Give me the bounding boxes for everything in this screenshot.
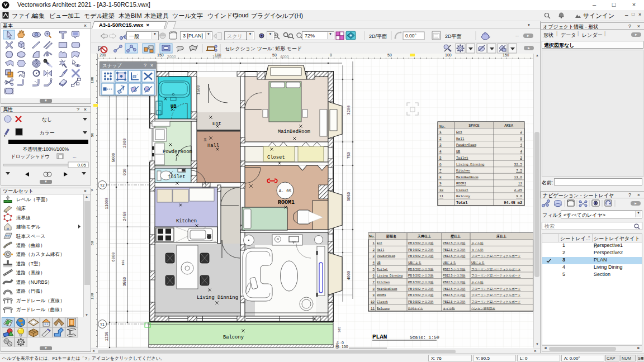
- svg-text:Balcony: Balcony: [377, 307, 390, 311]
- svg-text:道路（直線）: 道路（直線）: [16, 270, 45, 275]
- svg-text:1: 1: [373, 241, 375, 245]
- svg-text:PB 9.5X2 クロス貼: PB 9.5X2 クロス貼: [408, 248, 434, 252]
- svg-text:天井仕上: 天井仕上: [417, 234, 431, 238]
- svg-text:ROOM1: ROOM1: [377, 293, 386, 297]
- svg-text:No.: No.: [439, 125, 446, 129]
- svg-text:MainBedRoom: MainBedRoom: [377, 287, 397, 291]
- svg-text:Scale: 1:50: Scale: 1:50: [410, 335, 439, 340]
- svg-text:PB 9.5X2 クロス貼: PB 9.5X2 クロス貼: [408, 274, 434, 278]
- svg-text:910: 910: [122, 169, 127, 176]
- svg-text:2: 2: [520, 130, 522, 134]
- svg-text:7: 7: [373, 280, 375, 284]
- svg-text:タイル貼: タイル貼: [471, 241, 484, 245]
- svg-text:5: 5: [520, 137, 522, 141]
- svg-text:Toilet: Toilet: [377, 268, 388, 272]
- svg-text:Closet: Closet: [456, 188, 468, 192]
- svg-text:Balcony: Balcony: [456, 194, 471, 198]
- svg-text:5000: 5000: [111, 153, 116, 163]
- svg-text:10: 10: [371, 300, 375, 304]
- svg-text:5: 5: [373, 268, 375, 272]
- svg-text:建物モデル: 建物モデル: [16, 224, 41, 230]
- svg-text:13.6: 13.6: [514, 175, 523, 179]
- svg-text:8: 8: [439, 175, 442, 179]
- svg-text:--: --: [515, 33, 519, 39]
- svg-text:PowderRoom: PowderRoom: [456, 143, 476, 147]
- svg-text:Y2: Y2: [100, 184, 105, 188]
- svg-text:9.6: 9.6: [516, 194, 522, 198]
- svg-text:ROOM1: ROOM1: [456, 182, 466, 185]
- svg-text:4: 4: [439, 150, 442, 154]
- svg-text:9: 9: [439, 182, 442, 185]
- svg-text:駐車スペース: 駐車スペース: [16, 234, 45, 239]
- svg-text:Toilet: Toilet: [168, 174, 186, 180]
- svg-text:PB 9.5X2 クロス貼: PB 9.5X2 クロス貼: [408, 268, 434, 272]
- svg-text:吹付タイル: 吹付タイル: [408, 307, 423, 311]
- svg-text:PB12.5 クロス貼: PB12.5 クロス貼: [443, 254, 466, 258]
- svg-text:Closet: Closet: [377, 300, 388, 304]
- svg-text:PB12.5 クロス貼: PB12.5 クロス貼: [443, 300, 466, 304]
- svg-text:Closet: Closet: [267, 155, 285, 160]
- svg-text:道路（曲線）: 道路（曲線）: [16, 242, 45, 248]
- svg-text:さ: 0: さ: 0: [335, 341, 344, 345]
- svg-text:PLAN: PLAN: [372, 334, 387, 340]
- svg-text:ドロップシャドウ: ドロップシャドウ: [11, 154, 50, 159]
- svg-text:Ent: Ent: [377, 241, 382, 245]
- svg-text:4000: 4000: [347, 271, 351, 280]
- svg-text:Total: Total: [456, 201, 467, 205]
- svg-text:2: 2: [439, 137, 442, 141]
- svg-text:20: 20: [203, 138, 207, 142]
- svg-text:PB12.5 クロス貼: PB12.5 クロス貼: [443, 241, 466, 245]
- svg-text:PowderRoom: PowderRoom: [377, 254, 396, 258]
- svg-text:2D/平面: 2D/平面: [369, 34, 387, 39]
- svg-text:AREA: AREA: [504, 124, 513, 128]
- svg-text:セレクション ツール: 矩形 モード: セレクション ツール: 矩形 モード: [225, 46, 302, 51]
- svg-text:タイル貼: タイル貼: [471, 280, 484, 284]
- svg-text:7: 7: [439, 169, 442, 173]
- svg-text:レベル（平面）: レベル（平面）: [16, 197, 50, 202]
- svg-text:100: 100: [121, 260, 125, 265]
- svg-text:道路（NURBS）: 道路（NURBS）: [16, 279, 52, 285]
- svg-text:PB 9.5X2 クロス貼: PB 9.5X2 クロス貼: [408, 287, 434, 291]
- svg-text:フローリング12 パーティクルボード: フローリング12 パーティクルボード: [471, 293, 520, 297]
- svg-text:3200: 3200: [347, 106, 351, 115]
- svg-text:フローリング12 パーティクルボード: フローリング12 パーティクルボード: [471, 268, 520, 271]
- svg-text:ガードレール（直線）: ガードレール（直線）: [16, 298, 65, 303]
- svg-text:1: 1: [439, 130, 442, 134]
- svg-text:MainBedRoom: MainBedRoom: [278, 129, 310, 135]
- svg-text:2: 2: [520, 156, 522, 160]
- svg-text:PowderRoom: PowderRoom: [163, 149, 192, 155]
- svg-text:9: 9: [373, 293, 375, 297]
- svg-text:Living Dinning: Living Dinning: [377, 274, 402, 278]
- svg-text:2450: 2450: [122, 212, 127, 221]
- svg-text:なし: なし: [42, 117, 52, 122]
- svg-text:A. 05: A. 05: [279, 189, 292, 193]
- svg-text:道路（円弧）: 道路（円弧）: [16, 288, 45, 294]
- svg-text:カラー: カラー: [39, 130, 54, 136]
- svg-text:ROOM1: ROOM1: [278, 199, 295, 206]
- svg-text:ウレタン塗布防水: ウレタン塗布防水: [471, 307, 496, 311]
- svg-text:UBによる: UBによる: [443, 261, 456, 264]
- svg-text:フローリング12 パーティクルボード: フローリング12 パーティクルボード: [471, 287, 520, 290]
- svg-text:UBによる: UBによる: [408, 261, 422, 264]
- svg-text:Kitchen: Kitchen: [176, 218, 197, 224]
- svg-text:Kitchen: Kitchen: [456, 169, 471, 173]
- svg-text:11: 11: [371, 307, 375, 311]
- svg-text:不透明度:100%/100%: 不透明度:100%/100%: [22, 146, 69, 152]
- svg-text:ガードレール（曲線）: ガードレール（曲線）: [16, 307, 65, 312]
- svg-text:11000: 11000: [105, 197, 109, 209]
- svg-text:壁仕上: 壁仕上: [451, 234, 461, 239]
- svg-text:Hall: Hall: [456, 137, 465, 141]
- svg-text:PB12.5 クロス貼: PB12.5 クロス貼: [443, 274, 466, 278]
- svg-text:6: 6: [373, 274, 375, 278]
- svg-text:7.5: 7.5: [516, 169, 522, 173]
- svg-text:PB 9.5X2 クロス貼: PB 9.5X2 クロス貼: [408, 280, 434, 284]
- svg-text:6: 6: [439, 163, 442, 166]
- svg-text:0.05: 0.05: [77, 163, 86, 168]
- svg-text:32.5: 32.5: [514, 163, 523, 166]
- svg-text:床仕上: 床仕上: [496, 234, 506, 238]
- svg-text:1235: 1235: [105, 332, 109, 341]
- svg-text:タイル貼: タイル貼: [443, 307, 455, 311]
- svg-text:8: 8: [373, 287, 375, 291]
- svg-text:4: 4: [520, 150, 522, 154]
- svg-text:2: 2: [373, 248, 375, 252]
